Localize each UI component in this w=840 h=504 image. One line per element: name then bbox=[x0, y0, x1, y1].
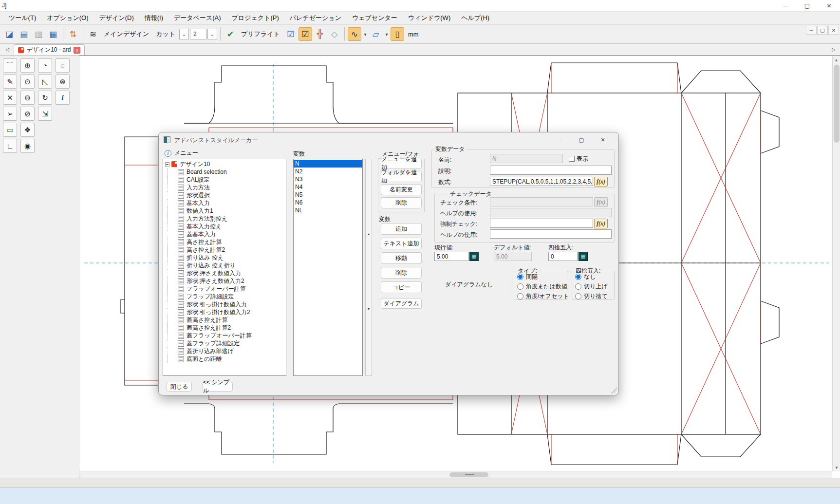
add-folder-button[interactable]: フォルダを追加 bbox=[381, 171, 422, 182]
tree-item[interactable]: 蓋高さ控え計算 bbox=[163, 316, 286, 324]
radio-icon[interactable] bbox=[517, 283, 523, 290]
layer-check-icon[interactable]: ☑ bbox=[284, 27, 298, 41]
scale-dropdown[interactable]: ⌄ bbox=[207, 29, 217, 39]
pan-tool[interactable]: ❖ bbox=[20, 123, 35, 137]
info-tool[interactable]: i bbox=[56, 91, 70, 105]
scale-value[interactable]: 2 bbox=[190, 29, 206, 39]
variable-item[interactable]: N6 bbox=[294, 199, 362, 206]
window-maximize-icon[interactable]: ▢ bbox=[796, 0, 818, 11]
toolbar-separator[interactable] bbox=[63, 27, 63, 41]
rounding-value-field[interactable]: 0 bbox=[548, 252, 578, 261]
tree-root-item[interactable]: デザイン10 bbox=[163, 160, 286, 168]
current-value-keypad-icon[interactable]: ▦ bbox=[469, 252, 479, 261]
grid-icon[interactable]: ╬ bbox=[313, 27, 327, 41]
add-menu-button[interactable]: メニューを追加 bbox=[381, 158, 422, 169]
user-check-icon[interactable]: ☑ bbox=[299, 27, 312, 41]
variable-item[interactable]: N bbox=[294, 160, 362, 168]
toolbar-label-preflight[interactable]: プリフライト bbox=[238, 30, 283, 38]
mdi-close-icon[interactable]: ✕ bbox=[828, 26, 839, 35]
zoom-circle-tool[interactable]: ⊗ bbox=[56, 75, 70, 89]
document-tab[interactable]: デザイン10 - ard x bbox=[14, 44, 85, 55]
menu-item[interactable]: ヘルプ(H) bbox=[456, 12, 494, 24]
arc-rotate-tool[interactable]: ↻ bbox=[38, 91, 52, 105]
radio-angle-or-numeric[interactable]: 角度または数値 bbox=[517, 282, 567, 291]
vertical-scrollbar[interactable]: ▲ ▼ bbox=[832, 56, 840, 471]
layers-icon[interactable]: ≋ bbox=[86, 27, 100, 41]
drawing-canvas[interactable]: アドバンストスタイルメーカー ─ ▢ ✕ i メニュー デザイン10 bbox=[79, 56, 840, 478]
tree-item[interactable]: 形状選択 bbox=[163, 191, 286, 199]
tree-item[interactable]: 入力方法 bbox=[163, 184, 286, 191]
rect-tool[interactable]: ▭ bbox=[3, 123, 17, 137]
simple-mode-button[interactable]: << シンプル bbox=[203, 382, 233, 392]
tree-item[interactable]: 蓋高さ控え計算2 bbox=[163, 324, 286, 332]
radio-interval[interactable]: 間隔 bbox=[517, 273, 538, 281]
corner-tool[interactable]: ∟ bbox=[3, 139, 17, 153]
current-value-field[interactable]: 5.00 bbox=[434, 252, 468, 261]
scroll-up-icon[interactable]: ▲ bbox=[366, 230, 372, 237]
scale-tool[interactable]: ⇲ bbox=[38, 107, 52, 121]
tab-scroll-left-icon[interactable]: ◁ bbox=[3, 44, 12, 54]
vertical-scroll-thumb[interactable] bbox=[834, 65, 840, 143]
radio-round-up[interactable]: 切り上げ bbox=[575, 282, 608, 291]
window-close-icon[interactable]: ✕ bbox=[818, 0, 840, 11]
expand-icon[interactable]: ◇ bbox=[328, 27, 341, 41]
direction-tool[interactable]: ➢ bbox=[3, 107, 17, 121]
trace-tool[interactable]: ◉ bbox=[20, 139, 35, 153]
tree-item[interactable]: Board selection bbox=[163, 168, 286, 176]
help-use-field-2[interactable] bbox=[490, 229, 612, 239]
delete-variable-button[interactable]: 削除 bbox=[381, 267, 422, 279]
show-checkbox-row[interactable]: 表示 bbox=[569, 155, 588, 163]
menu-item[interactable]: ツール(T) bbox=[4, 12, 41, 24]
variable-item[interactable]: N2 bbox=[294, 168, 362, 175]
variable-item[interactable]: N3 bbox=[294, 175, 362, 183]
scroll-up-icon[interactable]: ▲ bbox=[833, 56, 840, 64]
tree-item[interactable]: フラップ詳細設定 bbox=[163, 293, 286, 300]
arc-tool[interactable]: ⌒ bbox=[3, 58, 17, 73]
tab-close-icon[interactable]: x bbox=[74, 47, 80, 54]
scroll-down-icon[interactable]: ▼ bbox=[366, 305, 372, 312]
tree-item[interactable]: 折り込み 控え折り bbox=[163, 261, 286, 269]
radio-round-down[interactable]: 切り捨て bbox=[575, 292, 608, 300]
scroll-down-icon[interactable]: ▼ bbox=[833, 464, 840, 471]
tree-item[interactable]: 形状:押さえ数値入力2 bbox=[163, 277, 286, 285]
rename-button[interactable]: 名前変更 bbox=[381, 184, 422, 195]
copy-variable-button[interactable]: コピー bbox=[381, 281, 422, 293]
cut-tool[interactable]: ✕ bbox=[3, 91, 17, 105]
units-icon[interactable]: ▯ bbox=[391, 27, 404, 41]
curve-tool-icon[interactable]: ∿ bbox=[348, 27, 361, 41]
rebuild-icon[interactable]: ⇅ bbox=[66, 27, 80, 41]
delete-menu-button[interactable]: 削除 bbox=[381, 197, 422, 208]
menu-item[interactable]: データベース(A) bbox=[169, 12, 226, 24]
mdi-restore-icon[interactable]: ▢ bbox=[817, 26, 828, 35]
tree-item[interactable]: 蓋基本入力 bbox=[163, 230, 286, 238]
tree-item[interactable]: 形状:引っ掛け数値入力 bbox=[163, 300, 286, 308]
toolbar-separator[interactable] bbox=[83, 27, 83, 41]
variable-item[interactable]: N4 bbox=[294, 183, 362, 191]
horizontal-scrollbar[interactable] bbox=[79, 471, 832, 478]
toolbar-separator[interactable] bbox=[220, 27, 221, 41]
toolbar-label-cut[interactable]: カット bbox=[153, 30, 178, 38]
mdi-minimize-icon[interactable]: ─ bbox=[806, 26, 817, 35]
forced-check-field[interactable] bbox=[490, 219, 593, 228]
tree-item[interactable]: 高さ控え計算 bbox=[163, 238, 286, 246]
dialog-maximize-icon[interactable]: ▢ bbox=[572, 133, 591, 146]
tree-item[interactable]: 基本入力 bbox=[163, 199, 286, 207]
zoom-in-tool[interactable]: ⊕ bbox=[20, 58, 35, 73]
preflight-icon[interactable]: ✔ bbox=[224, 27, 237, 41]
tree-item[interactable]: 形状:押さえ数値入力 bbox=[163, 269, 286, 277]
radio-icon[interactable] bbox=[575, 274, 581, 280]
close-dialog-button[interactable]: 閉じる bbox=[167, 382, 192, 392]
variable-item[interactable]: NL bbox=[294, 206, 362, 214]
curve-dropdown-icon[interactable]: ▾ bbox=[362, 27, 368, 41]
tree-item[interactable]: 基本入力控え bbox=[163, 223, 286, 230]
tree-item[interactable]: 蓋フラップ詳細設定 bbox=[163, 339, 286, 347]
radio-angle-offset[interactable]: 角度/オフセット bbox=[517, 292, 569, 300]
formula-field[interactable]: STEPUP(CAL,0.5,0.5,1,1.05,2,2,3,4,5,5,6.… bbox=[490, 177, 593, 186]
tree-item[interactable]: 数値入力1 bbox=[163, 207, 286, 215]
dialog-resize-grip[interactable] bbox=[611, 388, 617, 393]
radio-icon[interactable] bbox=[575, 283, 581, 290]
zoom-window-tool[interactable]: ⊘ bbox=[20, 107, 35, 121]
print-preview-icon[interactable]: ▥ bbox=[32, 27, 45, 41]
dialog-close-icon[interactable]: ✕ bbox=[593, 133, 613, 146]
tab-scroll-right-icon[interactable]: ▷ bbox=[829, 44, 838, 54]
